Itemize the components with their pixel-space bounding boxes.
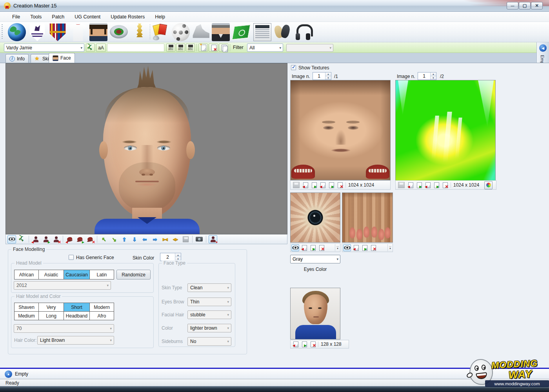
- head-model-african-button[interactable]: African: [14, 270, 39, 279]
- kit-icon[interactable]: [69, 23, 87, 41]
- trophy-icon[interactable]: [132, 23, 147, 41]
- head-model-latin-button[interactable]: Latin: [89, 270, 114, 279]
- menu-help[interactable]: Help: [150, 13, 170, 21]
- move-right-button[interactable]: ➡: [151, 235, 159, 243]
- referee-cards-icon[interactable]: [152, 23, 170, 41]
- delete-head-button[interactable]: ✕: [52, 235, 60, 243]
- move-down-button[interactable]: ⬇: [130, 235, 139, 243]
- delete-texture-button[interactable]: ✕: [369, 244, 377, 251]
- import-file-button[interactable]: ◄: [424, 181, 431, 189]
- minimize-button[interactable]: [507, 2, 518, 9]
- hair-model-combo[interactable]: 70: [14, 324, 114, 333]
- eyes-color-combo[interactable]: Gray: [290, 255, 340, 263]
- ball-icon[interactable]: [172, 23, 190, 41]
- player-select-combo[interactable]: Vardy Jamie: [4, 44, 84, 52]
- search-first-button[interactable]: abc: [166, 44, 175, 52]
- spin-up-button[interactable]: [175, 253, 181, 257]
- expand-panel-icon[interactable]: [539, 44, 547, 52]
- menu-ug-content[interactable]: UG Content: [69, 13, 105, 21]
- screenshot-button[interactable]: [195, 235, 204, 243]
- import-texture-button[interactable]: ◄: [352, 244, 360, 251]
- move-left-button[interactable]: ⬅: [140, 235, 149, 243]
- export-texture-button[interactable]: ►: [415, 181, 423, 189]
- hair-modern-button[interactable]: Modern: [89, 303, 114, 312]
- delete-texture-button[interactable]: ✕: [336, 181, 344, 189]
- save-texture-button[interactable]: [293, 182, 300, 188]
- head-year-combo[interactable]: 2012: [14, 281, 111, 290]
- eyes-brow-combo[interactable]: Thin: [187, 298, 231, 306]
- viewport-refresh-button[interactable]: [18, 235, 26, 243]
- rotate-up-left-button[interactable]: ↖: [100, 235, 108, 243]
- menu-patch[interactable]: Patch: [47, 13, 69, 21]
- randomize-button[interactable]: Randomize: [116, 270, 151, 279]
- export-texture-button[interactable]: ►: [309, 244, 316, 251]
- image-number-spinner-2[interactable]: 1: [418, 72, 436, 80]
- export-hat-button[interactable]: ►: [76, 235, 84, 243]
- hair-headband-button[interactable]: Headband: [64, 311, 90, 320]
- export-texture-button[interactable]: ►: [360, 244, 368, 251]
- refresh-button[interactable]: [86, 44, 95, 52]
- tab-face[interactable]: Face: [49, 53, 75, 63]
- export-file-button[interactable]: ►: [433, 181, 440, 189]
- more-options-dropdown[interactable]: [387, 244, 393, 251]
- hair-color-combo[interactable]: Light Brown: [37, 336, 114, 345]
- close-button[interactable]: [531, 2, 543, 9]
- search-input[interactable]: [107, 44, 164, 52]
- import-texture-button[interactable]: ◄: [302, 181, 309, 189]
- sideburns-combo[interactable]: No: [187, 337, 231, 346]
- headphones-icon[interactable]: [294, 23, 312, 41]
- new-entry-button[interactable]: [198, 44, 208, 52]
- pitch-icon[interactable]: [231, 24, 251, 40]
- delete-photo-button[interactable]: ✕: [309, 341, 316, 348]
- move-up-button[interactable]: ⬆: [120, 235, 129, 243]
- export-head-button[interactable]: ►: [42, 235, 50, 243]
- import-head-button[interactable]: ◄: [31, 235, 40, 243]
- boots-icon[interactable]: [191, 23, 209, 41]
- hair-long-button[interactable]: Long: [38, 311, 64, 320]
- image-number-spinner-1[interactable]: 1: [313, 72, 331, 80]
- export-photo-button[interactable]: ►: [300, 341, 308, 348]
- search-next-button[interactable]: abc: [176, 44, 185, 52]
- tab-info[interactable]: Info: [5, 54, 29, 63]
- export-file-button[interactable]: ►: [327, 181, 335, 189]
- face-3d-viewport[interactable]: [5, 63, 287, 234]
- save-model-button[interactable]: [181, 235, 190, 243]
- import-photo-button[interactable]: ◄: [291, 341, 299, 348]
- save-texture-button[interactable]: [398, 182, 405, 188]
- preview-eye-button[interactable]: [7, 235, 16, 243]
- hair-afro-button[interactable]: Afro: [89, 311, 114, 320]
- facial-hair-combo[interactable]: stubble: [187, 310, 231, 319]
- world-icon[interactable]: [8, 23, 26, 41]
- preview-eye-button[interactable]: [343, 244, 351, 251]
- delete-texture-button[interactable]: ✕: [441, 181, 449, 189]
- export-texture-button[interactable]: ►: [310, 181, 318, 189]
- premier-league-icon[interactable]: [28, 23, 46, 41]
- menu-update-rosters[interactable]: Update Rosters: [105, 13, 150, 21]
- narrow-button[interactable]: ▶◀: [161, 235, 169, 243]
- hair-shaven-button[interactable]: Shaven: [14, 303, 39, 312]
- import-file-button[interactable]: ◄: [319, 181, 326, 189]
- delete-entry-button[interactable]: [209, 44, 218, 52]
- hair-short-button[interactable]: Short: [64, 303, 90, 312]
- barcelona-crest-icon[interactable]: [49, 23, 67, 41]
- import-hat-button[interactable]: ◄: [65, 235, 74, 243]
- widen-button[interactable]: ◀▶: [171, 235, 180, 243]
- player-photo-icon[interactable]: [89, 23, 107, 41]
- case-toggle-button[interactable]: aA: [96, 44, 106, 52]
- hair-medium-button[interactable]: Medium: [14, 311, 39, 320]
- copy-entry-button[interactable]: [219, 44, 228, 52]
- maximize-button[interactable]: [519, 2, 531, 9]
- show-textures-checkbox[interactable]: [291, 65, 296, 70]
- show-head-button[interactable]: ●: [209, 235, 217, 243]
- newspaper-icon[interactable]: [253, 23, 271, 41]
- stadium-icon[interactable]: [110, 25, 128, 38]
- gloves-icon[interactable]: [274, 23, 292, 41]
- has-generic-face-checkbox[interactable]: [69, 255, 74, 260]
- rotate-down-right-button[interactable]: ↘: [110, 235, 118, 243]
- delete-texture-button[interactable]: ✕: [317, 244, 325, 251]
- manager-icon[interactable]: [212, 23, 230, 41]
- skin-type-combo[interactable]: Clean: [187, 283, 231, 292]
- facial-hair-color-combo[interactable]: lighter brown: [187, 324, 231, 332]
- head-model-caucasian-button[interactable]: Caucasian: [64, 270, 90, 279]
- secondary-filter-combo[interactable]: [286, 44, 333, 52]
